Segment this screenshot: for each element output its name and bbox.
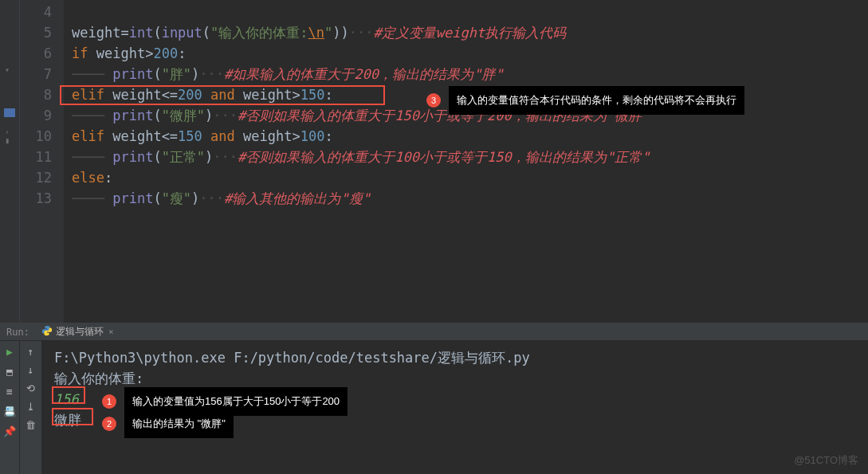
run-body: ▶ ⬒ ≡ 📇 📌 ↑ ↓ ⟲ ⤓ 🗑 F:\Python3\python.ex… bbox=[0, 341, 868, 474]
line-number: 13 bbox=[20, 188, 52, 209]
callout-3: 3 输入的变量值符合本行代码的条件，剩余的代码将不会再执行 bbox=[426, 86, 744, 115]
scroll-icon[interactable]: ⤓ bbox=[26, 401, 35, 413]
code-line-7: ──── print("胖")···#如果输入的体重大于200，输出的结果为"胖… bbox=[72, 64, 868, 84]
code-line-11: ──── print("正常")···#否则如果输入的体重大于100小于或等于1… bbox=[72, 147, 868, 167]
callout-badge-3: 3 bbox=[426, 93, 441, 108]
line-number: 4 bbox=[20, 2, 52, 22]
line-number: 7 bbox=[20, 64, 52, 84]
output-prompt: 输入你的体重: bbox=[54, 368, 856, 389]
line-number: 9 bbox=[20, 105, 52, 126]
structure-marker-icon[interactable]: › ▮ bbox=[5, 127, 19, 145]
wrap-icon[interactable]: ⟲ bbox=[26, 382, 35, 394]
callout-text-3: 输入的变量值符合本行代码的条件，剩余的代码将不会再执行 bbox=[449, 86, 744, 115]
line-number: 10 bbox=[20, 126, 52, 147]
run-toolbar-inner: ↑ ↓ ⟲ ⤓ 🗑 bbox=[20, 341, 42, 474]
gutter: ▾ › ▮ bbox=[0, 0, 20, 323]
trash-icon[interactable]: 🗑 bbox=[26, 419, 36, 431]
run-toolbar-outer: ▶ ⬒ ≡ 📇 📌 bbox=[0, 341, 20, 474]
line-number: 5 bbox=[20, 22, 52, 43]
line-number: 6 bbox=[20, 43, 52, 64]
output-path: F:\Python3\python.exe F:/python/code/tes… bbox=[54, 347, 856, 368]
code-editor: ▾ › ▮ 4 5 6 7 8 9 10 11 12 13 weight=int… bbox=[0, 0, 868, 323]
down-icon[interactable]: ↓ bbox=[28, 364, 34, 376]
code-line-12: else: bbox=[72, 167, 868, 188]
breakpoint-indicator bbox=[4, 108, 15, 117]
run-tab-name[interactable]: 逻辑与循环 bbox=[56, 325, 104, 339]
code-line-5: weight=int(input("输入你的体重:\n"))···#定义变量we… bbox=[72, 22, 868, 43]
rerun-icon[interactable]: ▶ bbox=[6, 346, 13, 358]
line-number: 8 bbox=[20, 84, 52, 105]
fold-marker-icon[interactable]: ▾ bbox=[5, 65, 10, 74]
line-number: 12 bbox=[20, 167, 52, 188]
callout-badge-2: 2 bbox=[102, 417, 116, 431]
code-line-13: ──── print("瘦")···#输入其他的输出为"瘦" bbox=[72, 188, 868, 209]
code-line-4 bbox=[72, 2, 868, 22]
print-icon[interactable]: 📇 bbox=[3, 405, 16, 417]
code-line-6: if weight>200: bbox=[72, 43, 868, 64]
run-header: Run: 逻辑与循环 × bbox=[0, 323, 868, 341]
console-output[interactable]: F:\Python3\python.exe F:/python/code/tes… bbox=[42, 341, 868, 474]
run-label: Run: bbox=[6, 327, 29, 338]
up-icon[interactable]: ↑ bbox=[28, 346, 34, 358]
run-tool-window: Run: 逻辑与循环 × ▶ ⬒ ≡ 📇 📌 ↑ ↓ ⟲ ⤓ 🗑 F:\Pyth… bbox=[0, 323, 868, 474]
watermark: @51CTO博客 bbox=[794, 453, 858, 468]
code-line-10: elif weight<=150 and weight>100: bbox=[72, 126, 868, 147]
line-number-column: 4 5 6 7 8 9 10 11 12 13 bbox=[20, 0, 64, 323]
line-number: 11 bbox=[20, 147, 52, 167]
layout-icon[interactable]: ≡ bbox=[6, 386, 13, 398]
callout-text-2: 输出的结果为 "微胖" bbox=[124, 409, 234, 438]
code-content[interactable]: weight=int(input("输入你的体重:\n"))···#定义变量we… bbox=[64, 0, 868, 323]
stop-icon[interactable]: ⬒ bbox=[6, 366, 13, 378]
callout-badge-1: 1 bbox=[102, 394, 116, 409]
callout-2: 2 输出的结果为 "微胖" bbox=[102, 409, 234, 438]
close-tab-icon[interactable]: × bbox=[108, 327, 114, 337]
python-icon bbox=[41, 325, 56, 339]
pin-icon[interactable]: 📌 bbox=[3, 425, 16, 437]
